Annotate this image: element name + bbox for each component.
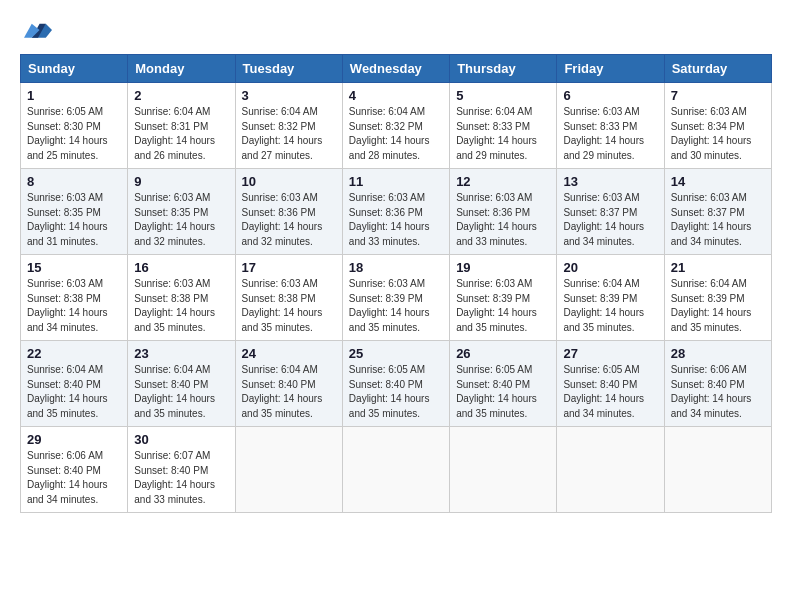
day-number: 29 [27, 432, 121, 447]
calendar-week-row: 22 Sunrise: 6:04 AMSunset: 8:40 PMDaylig… [21, 341, 772, 427]
calendar-cell: 29 Sunrise: 6:06 AMSunset: 8:40 PMDaylig… [21, 427, 128, 513]
day-detail: Sunrise: 6:04 AMSunset: 8:39 PMDaylight:… [563, 278, 644, 333]
calendar-header-wednesday: Wednesday [342, 55, 449, 83]
day-number: 16 [134, 260, 228, 275]
calendar-header-thursday: Thursday [450, 55, 557, 83]
calendar-cell: 14 Sunrise: 6:03 AMSunset: 8:37 PMDaylig… [664, 169, 771, 255]
day-detail: Sunrise: 6:03 AMSunset: 8:35 PMDaylight:… [27, 192, 108, 247]
day-detail: Sunrise: 6:04 AMSunset: 8:39 PMDaylight:… [671, 278, 752, 333]
day-detail: Sunrise: 6:04 AMSunset: 8:40 PMDaylight:… [242, 364, 323, 419]
day-number: 11 [349, 174, 443, 189]
calendar-header-row: SundayMondayTuesdayWednesdayThursdayFrid… [21, 55, 772, 83]
day-number: 30 [134, 432, 228, 447]
day-detail: Sunrise: 6:03 AMSunset: 8:38 PMDaylight:… [27, 278, 108, 333]
day-number: 26 [456, 346, 550, 361]
day-number: 6 [563, 88, 657, 103]
day-detail: Sunrise: 6:03 AMSunset: 8:37 PMDaylight:… [671, 192, 752, 247]
day-number: 27 [563, 346, 657, 361]
day-detail: Sunrise: 6:05 AMSunset: 8:40 PMDaylight:… [456, 364, 537, 419]
day-number: 7 [671, 88, 765, 103]
day-detail: Sunrise: 6:03 AMSunset: 8:36 PMDaylight:… [349, 192, 430, 247]
calendar-header-tuesday: Tuesday [235, 55, 342, 83]
day-number: 14 [671, 174, 765, 189]
calendar: SundayMondayTuesdayWednesdayThursdayFrid… [20, 54, 772, 513]
calendar-cell: 12 Sunrise: 6:03 AMSunset: 8:36 PMDaylig… [450, 169, 557, 255]
day-number: 25 [349, 346, 443, 361]
calendar-cell: 19 Sunrise: 6:03 AMSunset: 8:39 PMDaylig… [450, 255, 557, 341]
day-detail: Sunrise: 6:04 AMSunset: 8:33 PMDaylight:… [456, 106, 537, 161]
day-detail: Sunrise: 6:03 AMSunset: 8:39 PMDaylight:… [456, 278, 537, 333]
calendar-cell: 17 Sunrise: 6:03 AMSunset: 8:38 PMDaylig… [235, 255, 342, 341]
day-detail: Sunrise: 6:04 AMSunset: 8:31 PMDaylight:… [134, 106, 215, 161]
calendar-cell [557, 427, 664, 513]
day-detail: Sunrise: 6:03 AMSunset: 8:36 PMDaylight:… [456, 192, 537, 247]
calendar-cell: 15 Sunrise: 6:03 AMSunset: 8:38 PMDaylig… [21, 255, 128, 341]
calendar-header-monday: Monday [128, 55, 235, 83]
day-detail: Sunrise: 6:03 AMSunset: 8:36 PMDaylight:… [242, 192, 323, 247]
day-detail: Sunrise: 6:04 AMSunset: 8:32 PMDaylight:… [349, 106, 430, 161]
day-number: 12 [456, 174, 550, 189]
calendar-cell: 30 Sunrise: 6:07 AMSunset: 8:40 PMDaylig… [128, 427, 235, 513]
calendar-header-sunday: Sunday [21, 55, 128, 83]
calendar-cell: 20 Sunrise: 6:04 AMSunset: 8:39 PMDaylig… [557, 255, 664, 341]
day-detail: Sunrise: 6:03 AMSunset: 8:38 PMDaylight:… [242, 278, 323, 333]
calendar-header-saturday: Saturday [664, 55, 771, 83]
day-number: 4 [349, 88, 443, 103]
calendar-cell: 10 Sunrise: 6:03 AMSunset: 8:36 PMDaylig… [235, 169, 342, 255]
day-number: 18 [349, 260, 443, 275]
calendar-cell: 16 Sunrise: 6:03 AMSunset: 8:38 PMDaylig… [128, 255, 235, 341]
day-detail: Sunrise: 6:04 AMSunset: 8:40 PMDaylight:… [27, 364, 108, 419]
calendar-cell: 2 Sunrise: 6:04 AMSunset: 8:31 PMDayligh… [128, 83, 235, 169]
day-detail: Sunrise: 6:03 AMSunset: 8:39 PMDaylight:… [349, 278, 430, 333]
day-detail: Sunrise: 6:05 AMSunset: 8:40 PMDaylight:… [349, 364, 430, 419]
calendar-cell: 23 Sunrise: 6:04 AMSunset: 8:40 PMDaylig… [128, 341, 235, 427]
day-number: 5 [456, 88, 550, 103]
calendar-cell: 11 Sunrise: 6:03 AMSunset: 8:36 PMDaylig… [342, 169, 449, 255]
calendar-cell: 1 Sunrise: 6:05 AMSunset: 8:30 PMDayligh… [21, 83, 128, 169]
day-number: 13 [563, 174, 657, 189]
calendar-cell: 24 Sunrise: 6:04 AMSunset: 8:40 PMDaylig… [235, 341, 342, 427]
day-number: 10 [242, 174, 336, 189]
day-number: 15 [27, 260, 121, 275]
calendar-cell [235, 427, 342, 513]
day-number: 8 [27, 174, 121, 189]
page: SundayMondayTuesdayWednesdayThursdayFrid… [0, 0, 792, 612]
day-detail: Sunrise: 6:05 AMSunset: 8:40 PMDaylight:… [563, 364, 644, 419]
day-detail: Sunrise: 6:03 AMSunset: 8:33 PMDaylight:… [563, 106, 644, 161]
day-detail: Sunrise: 6:06 AMSunset: 8:40 PMDaylight:… [671, 364, 752, 419]
calendar-week-row: 1 Sunrise: 6:05 AMSunset: 8:30 PMDayligh… [21, 83, 772, 169]
calendar-cell: 9 Sunrise: 6:03 AMSunset: 8:35 PMDayligh… [128, 169, 235, 255]
day-detail: Sunrise: 6:03 AMSunset: 8:38 PMDaylight:… [134, 278, 215, 333]
day-detail: Sunrise: 6:07 AMSunset: 8:40 PMDaylight:… [134, 450, 215, 505]
day-detail: Sunrise: 6:03 AMSunset: 8:34 PMDaylight:… [671, 106, 752, 161]
day-detail: Sunrise: 6:06 AMSunset: 8:40 PMDaylight:… [27, 450, 108, 505]
day-number: 3 [242, 88, 336, 103]
calendar-cell: 5 Sunrise: 6:04 AMSunset: 8:33 PMDayligh… [450, 83, 557, 169]
calendar-cell: 26 Sunrise: 6:05 AMSunset: 8:40 PMDaylig… [450, 341, 557, 427]
calendar-cell: 4 Sunrise: 6:04 AMSunset: 8:32 PMDayligh… [342, 83, 449, 169]
day-number: 22 [27, 346, 121, 361]
calendar-cell: 18 Sunrise: 6:03 AMSunset: 8:39 PMDaylig… [342, 255, 449, 341]
day-number: 2 [134, 88, 228, 103]
calendar-cell: 8 Sunrise: 6:03 AMSunset: 8:35 PMDayligh… [21, 169, 128, 255]
calendar-cell [342, 427, 449, 513]
calendar-cell: 27 Sunrise: 6:05 AMSunset: 8:40 PMDaylig… [557, 341, 664, 427]
calendar-cell: 7 Sunrise: 6:03 AMSunset: 8:34 PMDayligh… [664, 83, 771, 169]
day-detail: Sunrise: 6:03 AMSunset: 8:35 PMDaylight:… [134, 192, 215, 247]
calendar-cell [664, 427, 771, 513]
calendar-week-row: 29 Sunrise: 6:06 AMSunset: 8:40 PMDaylig… [21, 427, 772, 513]
day-detail: Sunrise: 6:04 AMSunset: 8:40 PMDaylight:… [134, 364, 215, 419]
calendar-cell: 3 Sunrise: 6:04 AMSunset: 8:32 PMDayligh… [235, 83, 342, 169]
calendar-cell: 21 Sunrise: 6:04 AMSunset: 8:39 PMDaylig… [664, 255, 771, 341]
calendar-cell: 28 Sunrise: 6:06 AMSunset: 8:40 PMDaylig… [664, 341, 771, 427]
day-number: 17 [242, 260, 336, 275]
header [20, 16, 772, 44]
day-number: 21 [671, 260, 765, 275]
calendar-cell: 6 Sunrise: 6:03 AMSunset: 8:33 PMDayligh… [557, 83, 664, 169]
day-detail: Sunrise: 6:03 AMSunset: 8:37 PMDaylight:… [563, 192, 644, 247]
day-number: 28 [671, 346, 765, 361]
day-number: 20 [563, 260, 657, 275]
day-number: 1 [27, 88, 121, 103]
day-number: 23 [134, 346, 228, 361]
logo [20, 16, 52, 44]
